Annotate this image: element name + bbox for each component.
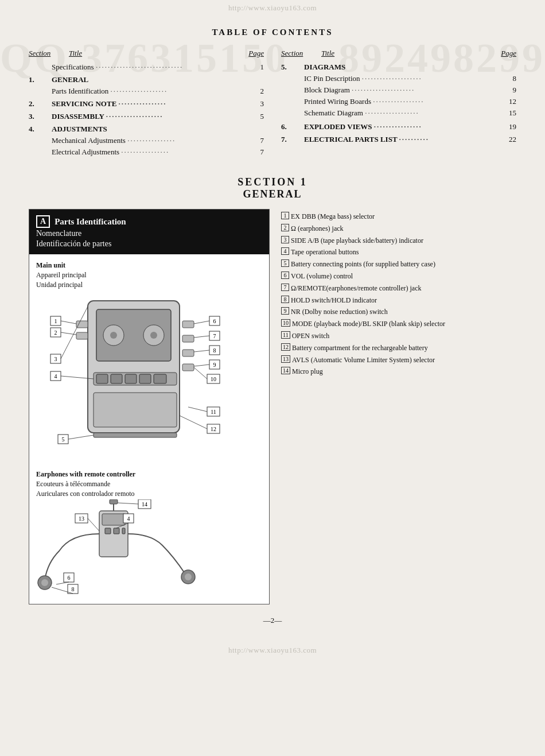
parts-letter-a: A xyxy=(36,215,50,228)
toc-num-exploded: 6. xyxy=(281,122,304,131)
svg-text:4: 4 xyxy=(127,515,130,522)
earphones-svg: 13 4 14 6 xyxy=(36,499,254,597)
svg-text:3: 3 xyxy=(54,356,57,362)
svg-line-77 xyxy=(56,582,69,584)
parts-section: A Parts Identification Nomenclature Iden… xyxy=(29,209,516,604)
toc-page-parts: 2 xyxy=(247,87,264,96)
toc-entry-ic-pin: IC Pin Description ···················· … xyxy=(281,74,516,83)
parts-item-3: 3 SIDE A/B (tape playback side/battery) … xyxy=(281,236,516,246)
main-unit-label-sub1: Appareil principal xyxy=(36,271,262,280)
toc-num-parts-list: 7. xyxy=(281,135,304,144)
svg-text:7: 7 xyxy=(213,333,216,339)
page-number: —2— xyxy=(29,616,516,625)
svg-text:13: 13 xyxy=(79,515,84,522)
svg-text:5: 5 xyxy=(62,436,65,443)
parts-text-7: Ω/REMOTE(earphones/remote controller) ja… xyxy=(291,284,516,293)
svg-point-64 xyxy=(185,573,192,580)
svg-text:6: 6 xyxy=(213,318,216,324)
toc-left-title-header: Title xyxy=(69,49,241,58)
svg-rect-16 xyxy=(182,350,194,356)
device-diagram: 1 2 3 4 5 xyxy=(36,292,254,453)
parts-item-11: 11 OPEN switch xyxy=(281,331,516,341)
parts-item-6: 6 VOL (volume) control xyxy=(281,272,516,281)
toc-title-disassembly: DISASSEMBLY ··················· xyxy=(52,112,247,121)
parts-text-2: Ω (earphones) jack xyxy=(291,224,516,234)
parts-item-10: 10 MODE (playback mode)/BL SKIP (blank s… xyxy=(281,319,516,329)
parts-num-2: 2 xyxy=(281,224,289,231)
parts-text-6: VOL (volume) control xyxy=(291,272,516,281)
toc-title-ic: IC Pin Description ···················· xyxy=(304,74,499,83)
toc-entry-schematic: Schematic Diagram ·················· 15 xyxy=(281,108,516,118)
svg-text:14: 14 xyxy=(142,501,147,507)
parts-item-7: 7 Ω/REMOTE(earphones/remote controller) … xyxy=(281,284,516,293)
toc-entry-specifications: Specifications ·························… xyxy=(29,63,264,72)
parts-num-14: 14 xyxy=(281,367,290,374)
parts-text-1: EX DBB (Mega bass) selector xyxy=(291,212,516,222)
svg-rect-8 xyxy=(111,374,122,383)
toc-right-page-header: Page xyxy=(493,49,516,58)
toc-page-servicing: 3 xyxy=(247,99,264,108)
parts-item-5: 5 Battery connecting points (for supplie… xyxy=(281,259,516,269)
toc-entry-pcb: Printed Wiring Boards ················· … xyxy=(281,97,516,106)
toc-title-diagrams: DIAGRAMS xyxy=(304,63,499,72)
svg-line-68 xyxy=(88,518,99,531)
parts-text-3: SIDE A/B (tape playback side/battery) in… xyxy=(291,236,516,246)
parts-diagram-body: Main unit Appareil principal Unidad prin… xyxy=(29,254,269,604)
svg-line-55 xyxy=(180,416,207,429)
toc-page-mech: 7 xyxy=(247,136,264,145)
toc-entry-parts-id: Parts Identification ···················… xyxy=(29,87,264,96)
toc-title-parts-list: ELECTRICAL PARTS LIST ·········· xyxy=(304,135,499,144)
toc-entry-disassembly: 3. DISASSEMBLY ··················· 5 xyxy=(29,112,264,121)
svg-line-37 xyxy=(194,321,209,324)
device-svg: 1 2 3 4 5 xyxy=(36,292,254,453)
toc-page-pcb: 12 xyxy=(499,97,516,106)
toc-title-elec: Electrical Adjustments ················ xyxy=(52,148,247,157)
svg-rect-12 xyxy=(76,321,88,328)
parts-item-14: 14 Micro plug xyxy=(281,367,516,377)
toc-left-section-header: Section xyxy=(29,49,69,58)
svg-text:11: 11 xyxy=(211,409,216,415)
svg-rect-9 xyxy=(125,374,137,383)
svg-line-43 xyxy=(194,350,209,352)
parts-list-col: 1 EX DBB (Mega bass) selector 2 Ω (earph… xyxy=(281,209,516,604)
svg-text:12: 12 xyxy=(211,426,216,432)
parts-num-5: 5 xyxy=(281,259,289,267)
toc-entry-block: Block Diagram ····················· 9 xyxy=(281,86,516,95)
svg-rect-7 xyxy=(96,374,108,383)
earphones-label3: Auriculares con controlador remoto xyxy=(36,490,262,498)
svg-text:4: 4 xyxy=(54,373,57,379)
svg-text:9: 9 xyxy=(213,362,216,368)
parts-item-2: 2 Ω (earphones) jack xyxy=(281,224,516,234)
svg-line-52 xyxy=(188,407,207,412)
parts-header-sub2: Identificación de partes xyxy=(36,239,262,249)
svg-rect-10 xyxy=(139,374,151,383)
toc-title-general: GENERAL xyxy=(52,75,247,84)
toc-right-title-header: Title xyxy=(321,49,493,58)
toc-num-general: 1. xyxy=(29,75,52,84)
toc-container: Section Title Page Specifications ······… xyxy=(29,49,516,159)
toc-page-parts-list: 22 xyxy=(499,135,516,144)
svg-rect-13 xyxy=(76,332,88,339)
svg-rect-14 xyxy=(182,321,194,328)
toc-right-header: Section Title Page xyxy=(281,49,516,58)
svg-line-49 xyxy=(194,367,207,379)
svg-rect-59 xyxy=(114,528,119,534)
parts-num-11: 11 xyxy=(281,331,290,339)
toc-num-diagrams: 5. xyxy=(281,63,304,72)
svg-rect-11 xyxy=(154,374,166,383)
svg-text:6: 6 xyxy=(68,575,71,581)
parts-item-12: 12 Battery compartment for the rechargea… xyxy=(281,343,516,353)
parts-text-9: NR (Dolby noise reduction) switch xyxy=(291,307,516,317)
parts-header-sub1: Nomenclature xyxy=(36,229,262,238)
toc-right-col: Section Title Page 5. DIAGRAMS IC Pin De… xyxy=(275,49,516,159)
parts-num-8: 8 xyxy=(281,296,289,303)
toc-page-specs: 1 xyxy=(247,63,264,72)
toc-num-disassembly: 3. xyxy=(29,112,52,121)
toc-entry-elec-adj: Electrical Adjustments ················ … xyxy=(29,148,264,157)
parts-num-3: 3 xyxy=(281,236,289,243)
svg-point-62 xyxy=(41,579,48,586)
toc-page-exploded: 19 xyxy=(499,122,516,131)
toc-num-adjustments: 4. xyxy=(29,125,52,134)
parts-item-4: 4 Tape operational buttons xyxy=(281,247,516,257)
parts-text-5: Battery connecting points (for supplied … xyxy=(291,259,516,269)
